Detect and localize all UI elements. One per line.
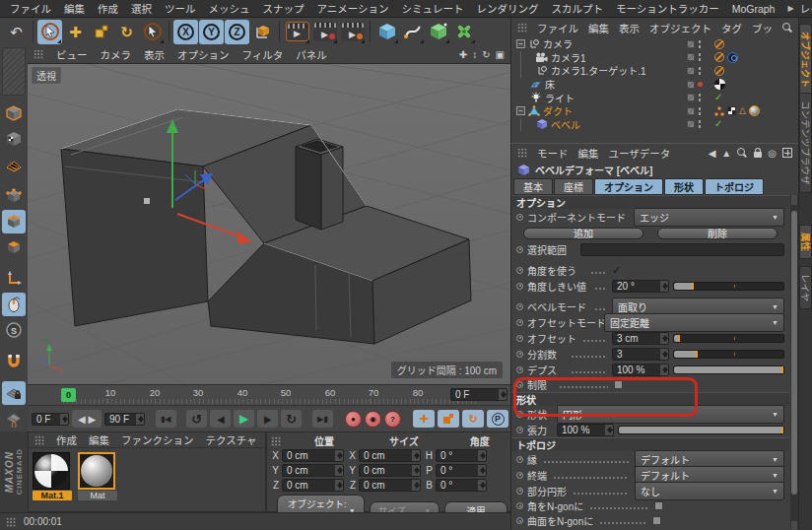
pos-y-field[interactable]: 0 cm [282,464,344,477]
spinner[interactable] [659,349,668,360]
section-shape[interactable]: 形状 [511,392,789,406]
scroll-up-arrow[interactable] [791,195,797,205]
expression-tag-icon[interactable] [714,66,724,76]
tab-content-browser[interactable]: コンテンツブラウザ [799,93,812,193]
layer-square[interactable] [687,67,695,75]
rot-h-field[interactable]: 0 ° [436,449,487,462]
spinner[interactable] [659,281,668,292]
visibility-dots[interactable] [698,52,702,62]
lock-y-axis-button[interactable]: Y [199,20,224,44]
menu-simulate[interactable]: シミュレート [402,1,464,16]
spinner[interactable] [334,450,343,461]
scale-tool-button[interactable] [89,20,113,44]
layer-square[interactable] [687,81,695,89]
tab-shape[interactable]: 形状 [664,178,704,195]
panel-grip[interactable] [34,435,44,445]
material-thumbnail[interactable] [33,452,70,490]
keyframe-dot-icon[interactable] [516,335,523,342]
new-panel-icon[interactable] [782,148,792,158]
keyframe-dot-icon[interactable] [516,246,523,253]
spinner[interactable] [411,450,420,461]
menu-tools[interactable]: ツール [165,1,196,16]
last-tool-button[interactable] [140,20,165,44]
visibility-red-dot[interactable] [698,82,703,87]
target-tag-icon[interactable] [727,52,738,63]
tweak-mode-button[interactable] [2,293,26,316]
history-back-icon[interactable]: ◀ [709,148,716,159]
keyframe-dot-icon[interactable] [516,319,523,326]
phong-tag-icon[interactable]: △ [739,106,746,115]
depth-slider[interactable] [673,365,784,374]
offset-field[interactable]: 3 cm [612,332,669,345]
polygon-mode-button[interactable] [2,235,26,259]
render-settings-button[interactable]: ▶ [339,20,366,44]
tree-row-floor[interactable]: 床 [511,78,798,92]
menu-overflow-icon[interactable]: ▶ [787,4,793,13]
tab-topology[interactable]: トポロジ [705,178,764,195]
add-generator-button[interactable] [426,20,450,44]
texture-mode-button[interactable] [2,127,26,151]
parent-up-icon[interactable]: ▲ [721,148,731,159]
attribute-scrollbar[interactable] [790,195,798,530]
key-parameter-toggle[interactable]: P [487,410,508,428]
om-menu-bookmarks[interactable]: ブッ [752,21,773,35]
visibility-dots[interactable] [698,106,702,116]
tree-row-bevel[interactable]: ベベル ✓ [511,118,798,132]
material-item[interactable]: Mat [78,452,117,500]
enabled-check-icon[interactable]: ✓ [714,93,722,102]
coordinate-system-button[interactable] [250,20,275,44]
menu-mesh[interactable]: メッシュ [209,1,250,16]
limit-checkbox[interactable] [614,380,623,389]
keyframe-dot-icon[interactable] [516,502,523,509]
depth-field[interactable]: 100 % [612,364,669,376]
enable-axis-button[interactable] [2,267,26,291]
tension-slider[interactable] [618,426,784,434]
spinner[interactable] [477,465,486,476]
menu-select[interactable]: 選択 [131,1,152,16]
keyframe-dot-icon[interactable] [516,366,523,373]
previous-key-button[interactable]: ◀ [210,410,231,428]
spinner[interactable] [604,425,613,435]
keyframe-dot-icon[interactable] [516,283,523,290]
lock-z-axis-button[interactable]: Z [225,20,249,44]
loop-back-button[interactable]: ↺ [186,410,207,428]
spline-pen-button[interactable] [400,20,425,44]
live-selection-button[interactable] [37,20,62,44]
use-angle-checkbox[interactable]: ✓ [612,265,621,276]
enabled-check-icon[interactable]: ✓ [714,119,722,129]
expression-tag-icon[interactable] [714,52,724,62]
play-button[interactable]: ▶ [234,410,254,428]
pos-z-field[interactable]: 0 cm [282,479,344,492]
layer-square[interactable] [687,107,695,115]
rotate-tool-button[interactable]: ↻ [114,20,139,44]
spinner[interactable] [411,465,420,476]
spinner[interactable] [334,480,343,491]
playhead[interactable]: 0 [61,388,76,402]
om-menu-view[interactable]: 表示 [619,21,640,35]
tab-coordinates[interactable]: 座標 [554,178,593,195]
go-to-start-button[interactable]: ▮◀ [156,410,176,428]
model-mode-button[interactable] [2,101,26,125]
next-key-button[interactable]: ▶ [257,410,278,428]
keyframe-dot-icon[interactable] [516,267,523,274]
angle-threshold-field[interactable]: 20 ° [612,280,669,293]
layer-square[interactable] [687,40,695,48]
spinner[interactable] [135,414,144,425]
workplane-mode-button[interactable] [2,153,26,176]
undo-button[interactable]: ↶ [4,20,29,44]
visibility-dots[interactable] [698,66,702,76]
collapse-icon[interactable]: − [516,106,525,115]
uvw-tag-icon[interactable] [727,106,736,115]
material-item[interactable]: Mat.1 [33,452,72,500]
subdivision-field[interactable]: 3 [612,348,669,361]
lock-icon[interactable] [754,152,762,158]
menu-mograph[interactable]: MoGraph [732,3,776,15]
visibility-dots[interactable] [698,119,702,129]
object-name[interactable]: ベベル [551,117,580,132]
menu-create[interactable]: 作成 [98,1,118,16]
spinner[interactable] [334,465,343,476]
render-view-button[interactable]: ▶ [284,20,310,44]
workplane-lock-button[interactable] [2,381,26,405]
spinner[interactable] [59,414,68,425]
tab-attributes[interactable]: 属性 [799,225,812,259]
